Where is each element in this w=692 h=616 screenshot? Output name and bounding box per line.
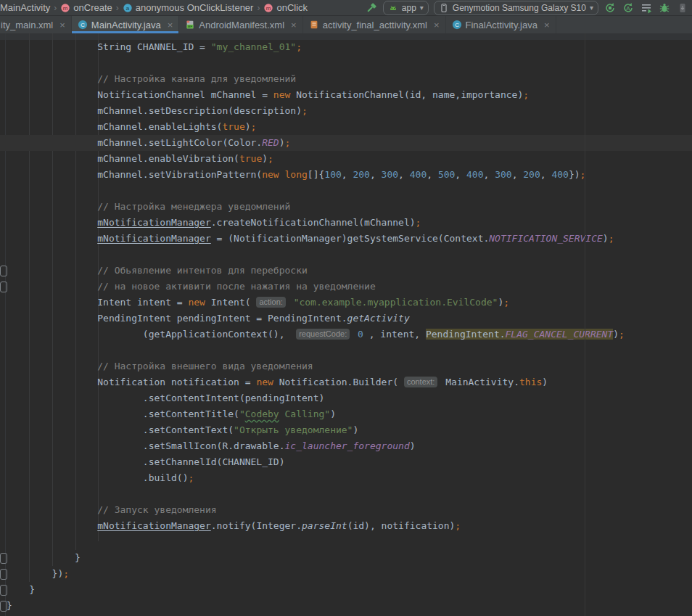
code-token: 400: [551, 169, 568, 180]
svg-text:C: C: [455, 22, 459, 28]
code-token: ,: [484, 169, 495, 180]
code-line[interactable]: [0, 55, 692, 71]
code-token: .build(): [7, 472, 188, 483]
code-token: ,: [370, 169, 382, 180]
code-line[interactable]: });: [0, 566, 692, 582]
code-line[interactable]: NotificationChannel mChannel = new Notif…: [0, 87, 692, 103]
chevron-down-icon: ▾: [590, 4, 593, 12]
code-token: ): [542, 377, 548, 387]
tab-FinalActtivity.java[interactable]: CFinalActtivity.java×: [446, 16, 556, 33]
tab-close-icon[interactable]: ×: [291, 20, 297, 30]
code-line[interactable]: // Настройка менеджера уведомлений: [0, 199, 692, 215]
code-line[interactable]: mNotificationManager = (NotificationMana…: [0, 231, 692, 247]
code-token: ;: [63, 568, 69, 579]
debug-icon[interactable]: [658, 1, 671, 15]
code-token: ): [603, 233, 609, 244]
code-line[interactable]: .setContentTitle("Codeby Calling"): [0, 406, 692, 422]
fold-marker[interactable]: [0, 585, 7, 596]
code-line[interactable]: // Обьявление интентов для переброски: [0, 263, 692, 279]
profiler-icon[interactable]: [640, 1, 653, 15]
code-line[interactable]: }: [0, 582, 692, 598]
code-line[interactable]: [0, 486, 692, 502]
run-configuration-label: app: [402, 3, 416, 13]
code-line[interactable]: // Настройка внешнего вида уведомления: [0, 358, 692, 374]
code-line[interactable]: [0, 183, 692, 199]
code-token: ): [410, 440, 416, 451]
code-line[interactable]: mNotificationManager.createNotificationC…: [0, 215, 692, 231]
code-line[interactable]: mChannel.setVibrationPattern(new long[]{…: [0, 167, 692, 183]
code-line[interactable]: Notification notification = new Notifica…: [0, 374, 692, 390]
code-token: ;: [268, 153, 273, 164]
code-line[interactable]: .setChannelId(CHANNEL_ID): [0, 454, 692, 470]
tab-close-icon[interactable]: ×: [168, 20, 173, 30]
code-token: new: [256, 377, 273, 387]
code-line[interactable]: mChannel.setLightColor(Color.RED);: [0, 135, 692, 151]
breadcrumb: MainActivity›monCreate›aanonymous OnClic…: [0, 2, 308, 13]
code-token: ;: [523, 89, 529, 100]
code-token: NOTIFICATION_SERVICE: [489, 233, 603, 244]
device-select[interactable]: Genymotion Samsung Galaxy S10 ▾: [434, 1, 598, 15]
code-line[interactable]: }: [0, 550, 692, 566]
tab-ity_main.xml[interactable]: ity_main.xml×: [0, 16, 72, 33]
code-line[interactable]: .setContentText("Открыть уведомление"): [0, 422, 692, 438]
code-line[interactable]: .setSmallIcon(R.drawable.ic_launcher_for…: [0, 438, 692, 454]
code-line[interactable]: [0, 534, 692, 550]
code-token: ;: [296, 41, 302, 52]
breadcrumb-item[interactable]: MainActivity: [0, 2, 50, 13]
code-token: // Обьявление интентов для переброски: [7, 265, 308, 276]
code-token: new: [188, 297, 205, 308]
code-token: mChannel.enableVibration(: [7, 153, 239, 164]
code-line[interactable]: mChannel.enableLights(true);: [0, 119, 692, 135]
code-line[interactable]: // на новое активити после нажатия на ув…: [0, 279, 692, 295]
tab-close-icon[interactable]: ×: [544, 20, 550, 30]
param-hint-chip: context:: [404, 377, 438, 387]
code-line[interactable]: }: [0, 598, 692, 614]
code-token: this: [519, 377, 542, 387]
code-line[interactable]: // Настройка канала для уведомлений: [0, 71, 692, 87]
breadcrumb-item[interactable]: monCreate: [60, 2, 112, 13]
fold-marker[interactable]: [0, 601, 7, 612]
code-token: getActivity: [347, 313, 410, 324]
code-token: []{: [308, 169, 324, 180]
code-token: // на новое активити после нажатия на ув…: [7, 281, 376, 292]
build-hammer-icon[interactable]: [365, 1, 378, 15]
breadcrumb-item[interactable]: monClick: [263, 2, 308, 13]
tab-close-icon[interactable]: ×: [59, 20, 65, 30]
code-token: mChannel.setDescription(description): [7, 105, 302, 116]
code-line[interactable]: // Запуск уведомления: [0, 502, 692, 518]
code-line[interactable]: .build();: [0, 470, 692, 486]
fold-marker[interactable]: [0, 282, 7, 292]
code-line[interactable]: .setContentIntent(pendingIntent): [0, 390, 692, 406]
code-token: .setContentTitle(: [7, 408, 239, 419]
fold-marker[interactable]: [0, 553, 7, 564]
tab-activity_final_acttivity.xml[interactable]: activity_final_acttivity.xml×: [303, 16, 446, 33]
toolbar-right-controls: app ▾ Genymotion Samsung Galaxy S10 ▾ A: [365, 1, 692, 15]
code-token: ;: [455, 520, 461, 531]
code-line[interactable]: [0, 342, 692, 358]
tab-close-icon[interactable]: ×: [434, 20, 440, 30]
code-token: , intent,: [363, 329, 426, 340]
fold-marker[interactable]: [0, 266, 7, 276]
code-line[interactable]: (getApplicationContext(), requestCode: 0…: [0, 327, 692, 342]
method-icon: m: [263, 3, 273, 13]
code-line[interactable]: Intent intent = new Intent( action: "com…: [0, 295, 692, 311]
attach-device-dim-icon[interactable]: [676, 1, 689, 15]
svg-text:m: m: [63, 4, 68, 11]
code-token: 400: [466, 169, 483, 180]
code-token: [7, 217, 97, 228]
code-line[interactable]: PendingIntent pendingIntent = PendingInt…: [0, 311, 692, 327]
run-configuration-select[interactable]: app ▾: [383, 1, 429, 15]
tab-AndroidManifest.xml[interactable]: MFAndroidManifest.xml×: [179, 16, 302, 33]
apply-changes-restart-icon[interactable]: [604, 1, 617, 15]
code-line[interactable]: mChannel.enableVibration(true);: [0, 151, 692, 167]
code-line[interactable]: String CHANNEL_ID = "my_channel_01";: [0, 39, 692, 55]
editor-tab-bar: ity_main.xml×CMainActivity.java×MFAndroi…: [0, 16, 692, 33]
fold-marker[interactable]: [0, 569, 7, 580]
breadcrumb-item[interactable]: aanonymous OnClickListener: [123, 2, 254, 13]
code-line[interactable]: mNotificationManager.notify(Integer.pars…: [0, 518, 692, 534]
java-class-icon: C: [452, 20, 462, 30]
code-line[interactable]: [0, 247, 692, 263]
apply-code-changes-icon[interactable]: A: [622, 1, 635, 15]
tab-MainActivity.java[interactable]: CMainActivity.java×: [72, 16, 179, 33]
code-line[interactable]: mChannel.setDescription(description);: [0, 103, 692, 119]
